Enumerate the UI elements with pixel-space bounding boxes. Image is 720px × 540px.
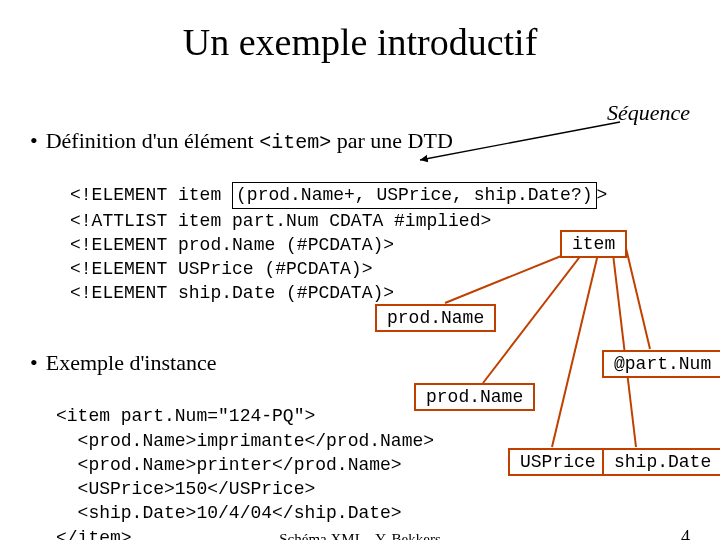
inst-l1: <item part.Num="124-PQ"> <box>56 406 315 426</box>
dtd-l3: <!ELEMENT prod.Name (#PCDATA)> <box>70 235 394 255</box>
tree-node-usprice: USPrice <box>508 448 608 476</box>
tree-node-shipdate: ship.Date <box>602 448 720 476</box>
bullet1-suffix: par une DTD <box>331 128 453 153</box>
page-number: 4 <box>681 527 690 540</box>
dtd-sequence-box: (prod.Name+, USPrice, ship.Date?) <box>232 182 596 208</box>
tree-node-item: item <box>560 230 627 258</box>
tree-node-prodname-2: prod.Name <box>414 383 535 411</box>
page-title: Un exemple introductif <box>0 20 720 64</box>
dtd-l2: <!ATTLIST item part.Num CDATA #implied> <box>70 211 491 231</box>
bullet2-text: Exemple d'instance <box>46 350 217 375</box>
dtd-l4: <!ELEMENT USPrice (#PCDATA)> <box>70 259 372 279</box>
inst-l5: <ship.Date>10/4/04</ship.Date> <box>56 503 402 523</box>
footer-text: Schéma XML - Y. Bekkers <box>0 531 720 540</box>
bullet1-prefix: Définition d'un élément <box>46 128 260 153</box>
dtd-l1c: > <box>597 185 608 205</box>
inst-l3: <prod.Name>printer</prod.Name> <box>56 455 402 475</box>
svg-line-5 <box>625 244 650 349</box>
dtd-block: <!ELEMENT item (prod.Name+, USPrice, shi… <box>70 158 607 306</box>
instance-block: <item part.Num="124-PQ"> <prod.Name>impr… <box>56 380 434 540</box>
dtd-l5: <!ELEMENT ship.Date (#PCDATA)> <box>70 283 394 303</box>
tree-node-prodname-1: prod.Name <box>375 304 496 332</box>
tree-node-attr: @part.Num <box>602 350 720 378</box>
dtd-l1a: <!ELEMENT item <box>70 185 232 205</box>
bullet-definition: •Définition d'un élément <item> par une … <box>30 128 453 154</box>
bullet-instance: •Exemple d'instance <box>30 350 216 376</box>
inst-l4: <USPrice>150</USPrice> <box>56 479 315 499</box>
sequence-label: Séquence <box>607 100 690 126</box>
bullet1-code: <item> <box>259 131 331 154</box>
inst-l2: <prod.Name>imprimante</prod.Name> <box>56 431 434 451</box>
